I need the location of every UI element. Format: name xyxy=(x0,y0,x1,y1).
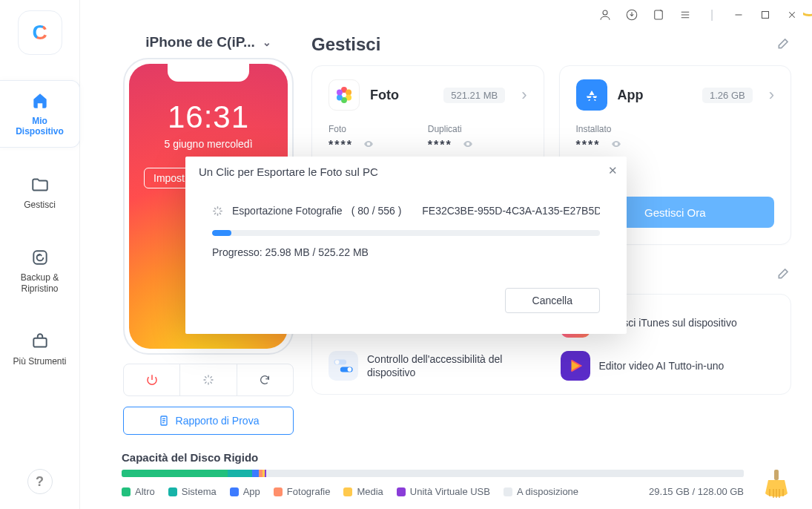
nav-label: Più Strumenti xyxy=(13,356,66,367)
backup-icon xyxy=(30,247,50,268)
nav-label: Ripristino xyxy=(21,283,58,294)
svg-rect-4 xyxy=(33,252,46,264)
nav-label: Dispositivo xyxy=(16,126,64,137)
progress-bar xyxy=(212,230,600,236)
home-icon xyxy=(30,91,50,111)
nav-label: Gestisci xyxy=(24,200,56,210)
export-filename: FE32C3BE-955D-4C3A-A135-E27B5DC34B xyxy=(422,205,600,217)
toolbox-icon xyxy=(30,331,50,352)
export-progress-dialog: Un Clic per Esportare le Foto sul PC ✕ E… xyxy=(185,157,627,334)
svg-rect-5 xyxy=(33,338,46,347)
spinner-icon xyxy=(212,206,223,217)
export-count: ( 80 / 556 ) xyxy=(351,205,402,217)
dialog-title: Un Clic per Esportare le Foto sul PC xyxy=(185,157,627,185)
nav-label: Mio xyxy=(32,116,47,126)
cancel-button[interactable]: Cancella xyxy=(505,288,600,313)
export-task: Esportazione Fotografie xyxy=(232,205,343,217)
close-icon[interactable]: ✕ xyxy=(608,164,618,177)
folder-icon xyxy=(30,174,50,195)
progress-text: Progresso: 25.98 MB / 525.22 MB xyxy=(212,246,600,258)
nav-label: Backup & xyxy=(21,272,59,283)
